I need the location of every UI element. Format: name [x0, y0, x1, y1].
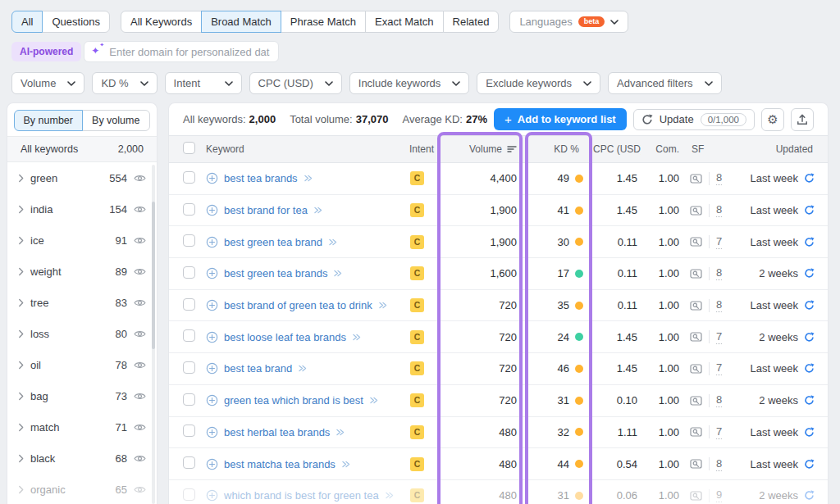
row-checkbox[interactable] [183, 361, 195, 374]
select-all-checkbox[interactable] [183, 142, 195, 154]
filter-dropdown[interactable]: Intent [165, 72, 242, 94]
chevron-right-icon[interactable] [18, 267, 24, 276]
tab[interactable]: By number [14, 110, 83, 131]
keyword-link[interactable]: best brand for tea [224, 204, 308, 216]
eye-icon[interactable] [134, 205, 146, 214]
row-checkbox[interactable] [183, 203, 195, 216]
keyword-link[interactable]: best tea brands [224, 172, 298, 184]
sf-count[interactable]: 8 [716, 266, 722, 280]
sidebar-keyword-group[interactable]: green 554 [7, 162, 157, 193]
sort-icon[interactable] [507, 145, 517, 153]
refresh-icon[interactable] [804, 268, 815, 279]
filter-dropdown[interactable]: Advanced filters [608, 72, 722, 94]
chevron-right-icon[interactable] [18, 174, 24, 183]
serp-features-icon[interactable] [690, 364, 702, 374]
eye-icon[interactable] [134, 298, 146, 307]
keyword-link[interactable]: best herbal tea brands [224, 426, 330, 438]
filter-dropdown[interactable]: KD % [92, 72, 157, 94]
column-header-kd[interactable]: KD % [523, 143, 593, 155]
sf-count[interactable]: 8 [716, 393, 722, 407]
sidebar-keyword-group[interactable]: india 154 [7, 193, 157, 225]
refresh-icon[interactable] [804, 427, 815, 438]
chevron-right-icon[interactable] [18, 298, 24, 307]
add-keyword-icon[interactable] [206, 458, 218, 470]
keyword-link[interactable]: best brand of green tea to drink [224, 299, 372, 311]
refresh-icon[interactable] [804, 205, 815, 216]
export-button[interactable] [791, 108, 814, 131]
sidebar-keyword-group[interactable]: organic 65 [7, 474, 157, 504]
serp-features-icon[interactable] [690, 301, 702, 311]
eye-icon[interactable] [134, 361, 146, 370]
sf-count[interactable]: 8 [716, 457, 722, 471]
double-chevron-icon[interactable] [336, 429, 345, 436]
refresh-icon[interactable] [804, 173, 815, 184]
tab[interactable]: Exact Match [365, 11, 444, 33]
chevron-right-icon[interactable] [18, 485, 24, 494]
tab[interactable]: All [11, 11, 43, 33]
sidebar-keyword-group[interactable]: loss 80 [7, 318, 157, 349]
add-keyword-icon[interactable] [206, 331, 218, 343]
row-checkbox[interactable] [183, 234, 195, 247]
double-chevron-icon[interactable] [328, 238, 337, 246]
chevron-right-icon[interactable] [18, 329, 24, 338]
double-chevron-icon[interactable] [341, 461, 350, 468]
add-keyword-icon[interactable] [206, 426, 218, 438]
filter-dropdown[interactable]: Volume [11, 72, 84, 94]
add-keyword-icon[interactable] [206, 362, 218, 375]
chevron-right-icon[interactable] [18, 236, 24, 245]
eye-icon[interactable] [134, 236, 146, 245]
serp-features-icon[interactable] [690, 396, 702, 406]
row-checkbox[interactable] [183, 171, 195, 184]
row-checkbox[interactable] [183, 488, 195, 501]
row-checkbox[interactable] [183, 329, 195, 342]
keyword-link[interactable]: best green tea brands [224, 267, 327, 279]
column-header-volume[interactable]: Volume [436, 143, 523, 155]
chevron-right-icon[interactable] [18, 361, 24, 370]
serp-features-icon[interactable] [690, 237, 702, 247]
double-chevron-icon[interactable] [369, 397, 378, 404]
add-keyword-icon[interactable] [206, 204, 218, 216]
sf-count[interactable]: 7 [716, 425, 722, 439]
chevron-right-icon[interactable] [18, 454, 24, 463]
eye-icon[interactable] [134, 329, 146, 338]
sidebar-keyword-group[interactable]: weight 89 [7, 256, 157, 287]
refresh-icon[interactable] [804, 459, 815, 470]
serp-features-icon[interactable] [690, 269, 702, 279]
row-checkbox[interactable] [183, 425, 195, 437]
serp-features-icon[interactable] [690, 174, 702, 184]
settings-button[interactable]: ⚙ [761, 108, 784, 131]
keyword-link[interactable]: best tea brand [224, 362, 292, 375]
eye-icon[interactable] [134, 485, 146, 494]
double-chevron-icon[interactable] [385, 492, 394, 499]
refresh-icon[interactable] [804, 300, 815, 311]
column-header-intent[interactable]: Intent [399, 143, 436, 155]
serp-features-icon[interactable] [690, 206, 702, 216]
double-chevron-icon[interactable] [378, 302, 387, 309]
chevron-right-icon[interactable] [18, 423, 24, 432]
add-to-keyword-list-button[interactable]: + Add to keyword list [494, 108, 627, 130]
keyword-link[interactable]: best loose leaf tea brands [224, 331, 346, 343]
update-button[interactable]: Update 0/1,000 [633, 109, 755, 130]
serp-features-icon[interactable] [690, 491, 702, 501]
tab[interactable]: By volume [82, 110, 151, 131]
sf-count[interactable]: 8 [716, 298, 722, 312]
refresh-icon[interactable] [804, 332, 815, 343]
column-header-updated[interactable]: Updated [739, 143, 828, 155]
row-checkbox[interactable] [183, 456, 195, 469]
eye-icon[interactable] [134, 454, 146, 463]
add-keyword-icon[interactable] [206, 267, 218, 279]
filter-dropdown[interactable]: Exclude keywords [477, 72, 600, 94]
tab[interactable]: Related [443, 11, 500, 33]
row-checkbox[interactable] [183, 298, 195, 311]
tab[interactable]: Phrase Match [281, 11, 366, 33]
double-chevron-icon[interactable] [304, 175, 313, 182]
row-checkbox[interactable] [183, 393, 195, 406]
eye-icon[interactable] [134, 267, 146, 276]
row-checkbox[interactable] [183, 266, 195, 279]
tab[interactable]: All Keywords [121, 11, 202, 33]
refresh-icon[interactable] [804, 490, 815, 501]
sidebar-scrollbar[interactable] [152, 202, 155, 349]
eye-icon[interactable] [134, 423, 146, 432]
column-header-com[interactable]: Com. [641, 143, 682, 155]
refresh-icon[interactable] [804, 395, 815, 406]
